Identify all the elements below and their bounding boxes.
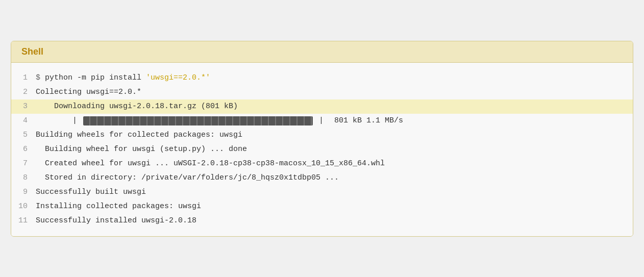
shell-panel: Shell 1$ python -m pip install 'uwsgi==2… <box>11 41 633 237</box>
line-1: 1$ python -m pip install 'uwsgi==2.0.*' <box>11 71 633 85</box>
line-number-10: 10 <box>11 200 36 213</box>
line-number-5: 5 <box>11 129 36 141</box>
line-content-2: Collecting uwsgi==2.0.* <box>36 86 141 98</box>
progress-bar-container: || 801 kB 1.1 MB/s <box>36 115 403 127</box>
line-content-10: Installing collected packages: uwsgi <box>36 200 201 213</box>
line-number-7: 7 <box>11 158 36 170</box>
string-literal: 'uwsgi==2.0.*' <box>146 73 210 82</box>
line-number-2: 2 <box>11 86 36 98</box>
shell-header: Shell <box>11 41 633 63</box>
command-text: python -m pip install <box>45 73 146 82</box>
line-2: 2Collecting uwsgi==2.0.* <box>11 85 633 99</box>
shell-title: Shell <box>21 46 43 57</box>
line-content-8: Stored in directory: /private/var/folder… <box>36 172 339 184</box>
line-10: 10Installing collected packages: uwsgi <box>11 199 633 214</box>
line-4: 4 || 801 kB 1.1 MB/s <box>11 114 633 128</box>
dollar-sign: $ <box>36 73 45 82</box>
line-content-4: || 801 kB 1.1 MB/s <box>36 115 403 127</box>
line-6: 6 Building wheel for uwsgi (setup.py) ..… <box>11 142 633 157</box>
progress-bar <box>83 116 313 125</box>
progress-pipe-left: | <box>36 115 77 127</box>
line-number-6: 6 <box>11 143 36 156</box>
shell-body: 1$ python -m pip install 'uwsgi==2.0.*'2… <box>11 63 633 236</box>
line-number-9: 9 <box>11 186 36 198</box>
line-number-11: 11 <box>11 215 36 227</box>
line-content-5: Building wheels for collected packages: … <box>36 129 242 141</box>
line-3: 3 Downloading uwsgi-2.0.18.tar.gz (801 k… <box>11 99 633 114</box>
progress-pipe-right: | <box>319 115 324 127</box>
line-8: 8 Stored in directory: /private/var/fold… <box>11 171 633 185</box>
line-content-7: Created wheel for uwsgi ... uWSGI-2.0.18… <box>36 158 385 170</box>
line-content-3: Downloading uwsgi-2.0.18.tar.gz (801 kB) <box>36 100 238 113</box>
line-content-11: Successfully installed uwsgi-2.0.18 <box>36 215 196 227</box>
line-number-1: 1 <box>11 72 36 84</box>
line-11: 11Successfully installed uwsgi-2.0.18 <box>11 214 633 228</box>
line-9: 9Successfully built uwsgi <box>11 185 633 199</box>
line-number-8: 8 <box>11 172 36 184</box>
line-content-1: $ python -m pip install 'uwsgi==2.0.*' <box>36 72 210 84</box>
line-number-3: 3 <box>11 100 36 113</box>
line-7: 7 Created wheel for uwsgi ... uWSGI-2.0.… <box>11 157 633 171</box>
progress-info: 801 kB 1.1 MB/s <box>330 115 403 127</box>
line-content-6: Building wheel for uwsgi (setup.py) ... … <box>36 143 247 156</box>
line-5: 5Building wheels for collected packages:… <box>11 128 633 142</box>
line-content-9: Successfully built uwsgi <box>36 186 146 198</box>
line-number-4: 4 <box>11 115 36 127</box>
